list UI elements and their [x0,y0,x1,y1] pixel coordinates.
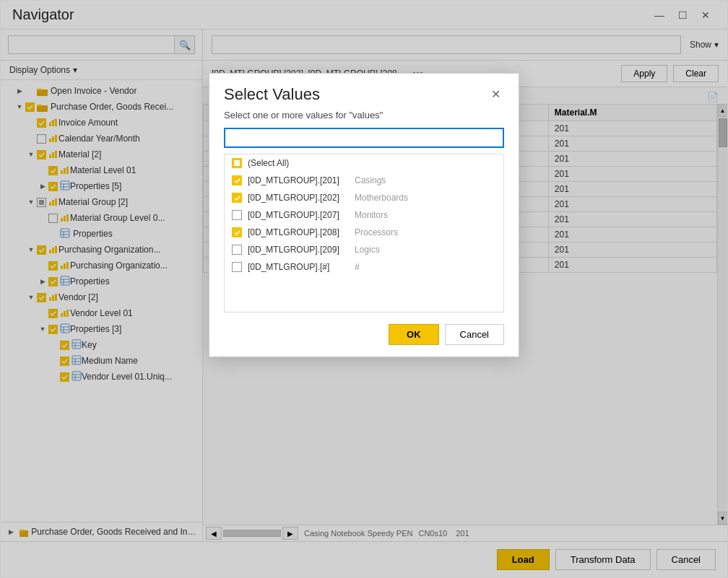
modal-item-value: Motherboards [355,193,408,203]
modal-close-button[interactable]: ✕ [487,85,504,102]
modal-list-item[interactable]: [0D_MTLGROUP].[202]Motherboards [225,189,503,206]
checkbox-partial[interactable] [232,158,242,168]
modal-list: (Select All)[0D_MTLGROUP].[201]Casings[0… [224,154,504,312]
modal-item-key: [0D_MTLGROUP].[201] [248,175,349,185]
modal-search-input[interactable] [224,128,504,148]
modal-list-item[interactable]: (Select All) [225,154,503,172]
modal-item-key: [0D_MTLGROUP].[#] [248,262,349,272]
modal-ok-button[interactable]: OK [389,324,439,345]
modal-cancel-button[interactable]: Cancel [445,324,504,345]
modal-item-value: Monitors [355,210,388,220]
modal-item-value: Processors [355,227,398,237]
modal-item-key: [0D_MTLGROUP].[209] [248,245,349,255]
modal-overlay: Select Values ✕ Select one or more value… [1,1,727,577]
checkbox-unchecked[interactable] [232,262,242,272]
modal-header: Select Values ✕ [209,74,519,110]
modal-title: Select Values [224,85,320,104]
modal-item-value: Casings [355,175,386,185]
app-window: Navigator — ☐ ✕ 🔍 Display Options ▾ ▶ [0,0,728,578]
checkbox-checked[interactable] [232,175,242,185]
checkbox-unchecked[interactable] [232,210,242,220]
modal-list-item[interactable]: [0D_MTLGROUP].[#]# [225,258,503,276]
checkbox-checked[interactable] [232,227,242,237]
modal-item-value: Logics [355,245,380,255]
checkbox-checked[interactable] [232,193,242,203]
modal-item-key: [0D_MTLGROUP].[202] [248,193,349,203]
modal-item-value: # [355,262,360,272]
modal-item-key: [0D_MTLGROUP].[207] [248,210,349,220]
modal-item-key: (Select All) [248,158,349,168]
modal-list-item[interactable]: [0D_MTLGROUP].[209]Logics [225,241,503,258]
modal-list-item[interactable]: [0D_MTLGROUP].[201]Casings [225,172,503,189]
modal-list-item[interactable]: [0D_MTLGROUP].[208]Processors [225,224,503,241]
modal-subtitle: Select one or more values for "values" [209,110,519,128]
modal-footer: OK Cancel [209,312,519,356]
checkbox-unchecked[interactable] [232,245,242,255]
modal-list-item[interactable]: [0D_MTLGROUP].[207]Monitors [225,206,503,224]
modal-item-key: [0D_MTLGROUP].[208] [248,227,349,237]
select-values-modal: Select Values ✕ Select one or more value… [209,73,519,357]
